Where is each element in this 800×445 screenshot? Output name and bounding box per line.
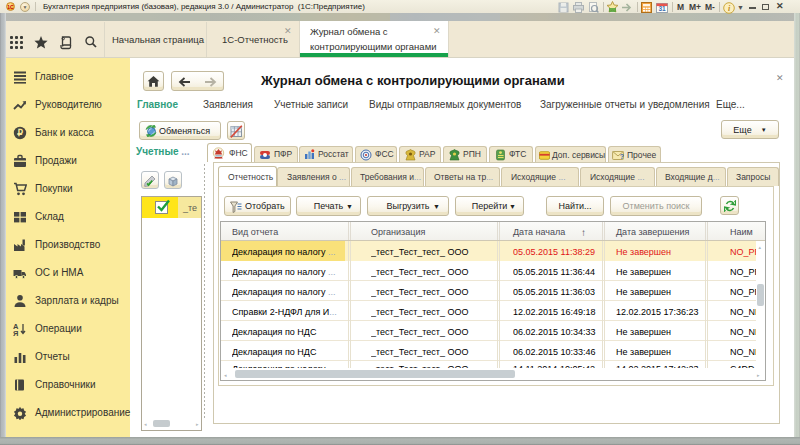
svg-text:31: 31 bbox=[658, 5, 666, 12]
svg-text:Я: Я bbox=[13, 329, 18, 337]
svg-text:?: ? bbox=[620, 152, 624, 160]
svg-text:₽: ₽ bbox=[17, 128, 23, 138]
